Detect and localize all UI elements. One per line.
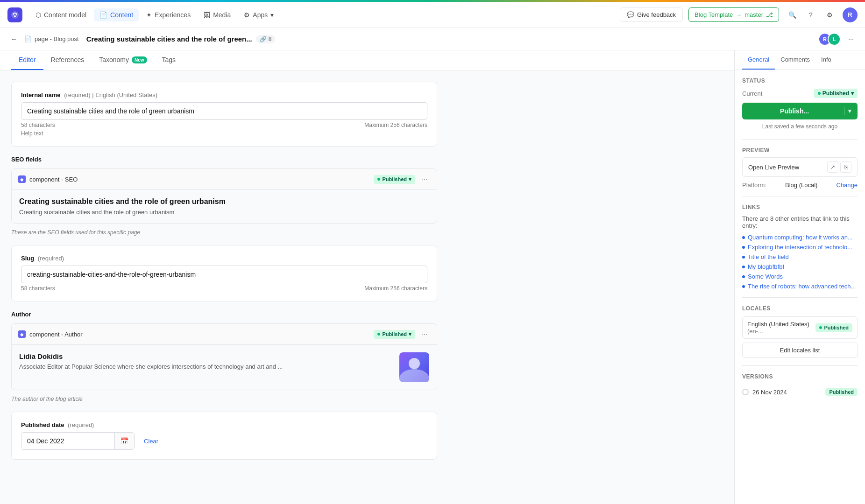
search-button[interactable]: 🔍	[785, 7, 800, 22]
blog-template-button[interactable]: Blog Template → master ⎇	[688, 7, 779, 22]
link-1[interactable]: Quantum computing: how it works an...	[748, 234, 853, 241]
more-options-button[interactable]: ···	[844, 33, 858, 46]
link-2[interactable]: Exploring the intersection of technolo..…	[748, 244, 852, 251]
bullet-5	[742, 275, 745, 278]
user-avatar[interactable]: R	[843, 7, 858, 22]
status-row: Current Published ▾	[742, 89, 858, 98]
preview-section-title: Preview	[742, 147, 858, 154]
content-area: Editor References Taxonomy New Tags Inte…	[0, 50, 734, 504]
content-model-icon: ⬡	[35, 11, 41, 19]
seo-component-icon: ◆	[18, 175, 26, 183]
seo-description: Creating sustainable cities and the role…	[19, 209, 429, 216]
sidebar-tabs: General Comments Info	[735, 50, 865, 70]
nav-right: 💬 Give feedback Blog Template → master ⎇…	[620, 7, 858, 22]
sidebar-tab-general[interactable]: General	[742, 50, 775, 70]
link-badge[interactable]: 🔗 8	[256, 35, 276, 43]
internal-name-meta: 58 characters Maximum 256 characters	[21, 122, 427, 128]
status-dot	[818, 92, 821, 95]
links-description: There are 8 other entries that link to t…	[742, 215, 858, 229]
tab-references[interactable]: References	[43, 50, 92, 70]
seo-more-button[interactable]: ···	[419, 174, 430, 185]
link-icon: 🔗	[260, 36, 267, 42]
publish-button[interactable]: Publish... ▾	[742, 103, 858, 119]
sidebar-tab-info[interactable]: Info	[815, 50, 837, 70]
nav-content-model-label: Content model	[44, 11, 86, 19]
svg-point-0	[11, 11, 19, 19]
locale-status: Published	[824, 325, 849, 330]
copy-link-icon[interactable]: ⎘	[840, 161, 851, 173]
slug-required: (required)	[38, 255, 64, 262]
tab-tags-label: Tags	[162, 56, 176, 63]
status-dropdown-icon: ▾	[409, 176, 411, 182]
experiences-icon: ✦	[146, 11, 152, 19]
published-dot	[377, 178, 380, 181]
slug-input[interactable]	[21, 266, 427, 283]
seo-section-label: SEO fields	[11, 156, 437, 163]
open-preview-button[interactable]: Open Live Preview ↗ ⎘	[742, 157, 858, 177]
user-avatar-2: L	[828, 33, 841, 46]
nav-content-model[interactable]: ⬡ Content model	[30, 8, 92, 21]
calendar-icon[interactable]: 📅	[114, 433, 134, 449]
secondary-nav-right: R L ···	[818, 33, 858, 46]
nav-media[interactable]: 🖼 Media	[198, 8, 236, 21]
bullet-6	[742, 285, 745, 288]
published-date-label: Published date (required)	[21, 421, 427, 428]
links-section-title: Links	[742, 204, 858, 210]
author-component-card: ◆ component - Author Published ▾ ··· Lid…	[11, 323, 437, 390]
date-required: (required)	[68, 421, 94, 428]
published-date-section: Published date (required) 📅 Clear	[11, 412, 437, 460]
back-button[interactable]: ←	[7, 33, 21, 46]
seo-note: These are the SEO fields used for this s…	[11, 229, 437, 236]
give-feedback-button[interactable]: 💬 Give feedback	[620, 7, 683, 22]
links-list: Quantum computing: how it works an... Ex…	[742, 234, 858, 290]
locale-name: English (United States)	[95, 91, 157, 98]
author-published-badge[interactable]: Published ▾	[374, 330, 415, 339]
tab-editor-label: Editor	[19, 56, 36, 63]
list-item: Quantum computing: how it works an...	[742, 234, 858, 241]
author-status-dropdown-icon: ▾	[409, 331, 411, 337]
nav-apps[interactable]: ⚙ Apps ▾	[238, 8, 279, 21]
nav-apps-label: Apps	[253, 11, 268, 19]
settings-button[interactable]: ⚙	[822, 7, 837, 22]
author-bio: Associate Editor at Popular Science wher…	[19, 363, 392, 370]
link-4[interactable]: My blogbfbfbf	[748, 263, 784, 270]
last-saved: Last saved a few seconds ago	[742, 123, 858, 130]
author-avatar	[399, 352, 429, 382]
link-6[interactable]: The rise of robots: how advanced tech...	[748, 283, 856, 290]
version-radio[interactable]	[742, 389, 749, 395]
external-link-icon[interactable]: ↗	[827, 161, 838, 173]
app-logo	[7, 7, 22, 22]
status-dropdown-chevron: ▾	[851, 90, 854, 97]
versions-section-title: Versions	[742, 373, 858, 380]
date-input-wrapper: 📅	[21, 432, 135, 450]
help-button[interactable]: ?	[803, 7, 818, 22]
publish-chevron-icon: ▾	[848, 108, 851, 114]
seo-published-badge[interactable]: Published ▾	[374, 175, 415, 184]
branch-icon: ⎇	[766, 11, 773, 18]
branch-name: master	[744, 11, 763, 18]
author-section-label: Author	[11, 311, 437, 318]
right-sidebar: General Comments Info Status Current Pub…	[734, 50, 865, 504]
date-input[interactable]	[21, 433, 114, 449]
clear-date-button[interactable]: Clear	[144, 438, 158, 445]
tab-tags[interactable]: Tags	[155, 50, 184, 70]
locale-status-dot	[819, 326, 822, 329]
tab-taxonomy[interactable]: Taxonomy New	[92, 50, 154, 70]
platform-row: Platform: Blog (Local) Change	[742, 182, 858, 189]
change-platform-button[interactable]: Change	[836, 182, 858, 189]
author-more-button[interactable]: ···	[419, 329, 430, 340]
internal-name-input[interactable]	[21, 102, 427, 120]
divider-4	[742, 365, 858, 366]
sidebar-tab-comments[interactable]: Comments	[775, 50, 815, 70]
list-item: Some Words	[742, 273, 858, 280]
link-3[interactable]: Title of the field	[748, 253, 789, 260]
max-chars: Maximum 256 characters	[364, 122, 427, 128]
tab-editor[interactable]: Editor	[11, 50, 43, 70]
nav-content[interactable]: 📄 Content	[94, 8, 139, 21]
list-item: My blogbfbfbf	[742, 263, 858, 270]
link-5[interactable]: Some Words	[748, 273, 783, 280]
locales-section-title: Locales	[742, 305, 858, 312]
nav-experiences[interactable]: ✦ Experiences	[141, 8, 196, 21]
edit-locales-button[interactable]: Edit locales list	[742, 343, 858, 358]
status-section-title: Status	[742, 77, 858, 84]
